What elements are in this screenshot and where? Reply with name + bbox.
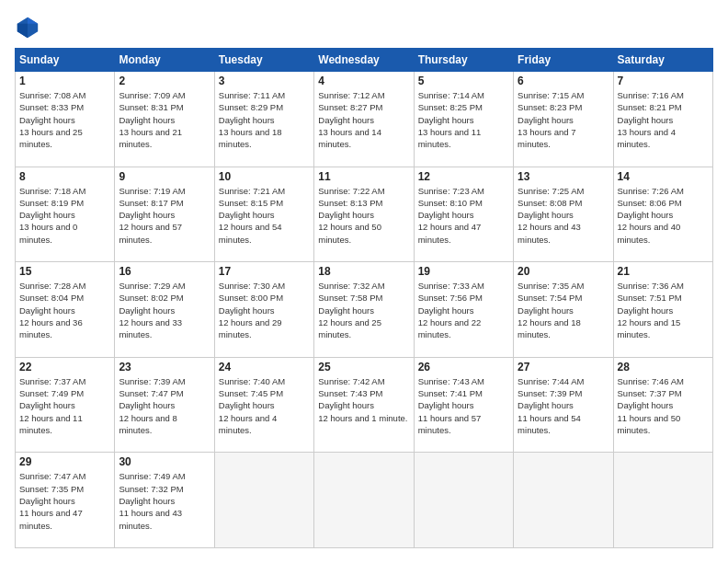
day-info: Sunrise: 7:23 AMSunset: 8:10 PMDaylight … [418, 185, 509, 246]
calendar-cell: 20Sunrise: 7:35 AMSunset: 7:54 PMDayligh… [514, 262, 613, 358]
day-number: 8 [19, 170, 110, 183]
logo-icon [15, 15, 40, 40]
day-number: 27 [518, 361, 609, 373]
calendar-cell: 27Sunrise: 7:44 AMSunset: 7:39 PMDayligh… [514, 357, 613, 453]
day-number: 21 [618, 265, 709, 278]
day-info: Sunrise: 7:12 AMSunset: 8:27 PMDaylight … [318, 89, 409, 150]
day-number: 10 [219, 170, 310, 183]
day-number: 7 [618, 75, 709, 87]
calendar-table: SundayMondayTuesdayWednesdayThursdayFrid… [15, 48, 713, 548]
weekday-header-sunday: Sunday [16, 49, 115, 72]
day-number: 30 [119, 455, 210, 468]
day-info: Sunrise: 7:22 AMSunset: 8:13 PMDaylight … [318, 185, 409, 246]
calendar-cell: 28Sunrise: 7:46 AMSunset: 7:37 PMDayligh… [613, 357, 712, 453]
day-number: 14 [618, 170, 709, 183]
day-info: Sunrise: 7:47 AMSunset: 7:35 PMDaylight … [19, 470, 110, 531]
calendar-cell: 11Sunrise: 7:22 AMSunset: 8:13 PMDayligh… [314, 167, 414, 262]
calendar-cell: 10Sunrise: 7:21 AMSunset: 8:15 PMDayligh… [214, 167, 313, 262]
day-info: Sunrise: 7:16 AMSunset: 8:21 PMDaylight … [618, 89, 709, 150]
calendar-cell: 14Sunrise: 7:26 AMSunset: 8:06 PMDayligh… [613, 167, 712, 262]
day-info: Sunrise: 7:11 AMSunset: 8:29 PMDaylight … [219, 89, 310, 150]
page: SundayMondayTuesdayWednesdayThursdayFrid… [0, 0, 728, 563]
day-info: Sunrise: 7:30 AMSunset: 8:00 PMDaylight … [219, 280, 310, 340]
calendar-cell: 3Sunrise: 7:11 AMSunset: 8:29 PMDaylight… [214, 72, 313, 167]
day-number: 26 [418, 361, 509, 373]
weekday-header-row: SundayMondayTuesdayWednesdayThursdayFrid… [16, 49, 713, 72]
weekday-header-saturday: Saturday [613, 49, 712, 72]
calendar-cell: 1Sunrise: 7:08 AMSunset: 8:33 PMDaylight… [16, 72, 115, 167]
day-number: 1 [19, 75, 110, 87]
day-info: Sunrise: 7:36 AMSunset: 7:51 PMDaylight … [618, 280, 709, 340]
day-number: 2 [119, 75, 210, 87]
calendar-cell: 7Sunrise: 7:16 AMSunset: 8:21 PMDaylight… [613, 72, 712, 167]
calendar-cell [514, 453, 613, 548]
calendar-cell: 18Sunrise: 7:32 AMSunset: 7:58 PMDayligh… [314, 262, 414, 358]
day-number: 6 [518, 75, 609, 87]
day-number: 24 [219, 361, 310, 373]
weekday-header-monday: Monday [115, 49, 214, 72]
calendar-cell: 30Sunrise: 7:49 AMSunset: 7:32 PMDayligh… [115, 453, 214, 548]
day-number: 9 [119, 170, 210, 183]
calendar-cell: 26Sunrise: 7:43 AMSunset: 7:41 PMDayligh… [414, 357, 513, 453]
calendar-cell [414, 453, 513, 548]
logo [15, 15, 44, 40]
weekday-header-friday: Friday [514, 49, 613, 72]
calendar-cell: 29Sunrise: 7:47 AMSunset: 7:35 PMDayligh… [16, 453, 115, 548]
day-info: Sunrise: 7:18 AMSunset: 8:19 PMDaylight … [19, 185, 110, 246]
day-number: 22 [19, 361, 110, 373]
day-info: Sunrise: 7:44 AMSunset: 7:39 PMDaylight … [518, 375, 609, 436]
day-number: 23 [119, 361, 210, 373]
day-number: 29 [19, 455, 110, 468]
calendar-cell: 15Sunrise: 7:28 AMSunset: 8:04 PMDayligh… [16, 262, 115, 358]
day-number: 18 [318, 265, 409, 278]
calendar-cell [613, 453, 712, 548]
header [15, 15, 713, 40]
day-info: Sunrise: 7:15 AMSunset: 8:23 PMDaylight … [518, 89, 609, 150]
calendar-cell: 6Sunrise: 7:15 AMSunset: 8:23 PMDaylight… [514, 72, 613, 167]
day-info: Sunrise: 7:19 AMSunset: 8:17 PMDaylight … [119, 185, 210, 246]
calendar-cell: 8Sunrise: 7:18 AMSunset: 8:19 PMDaylight… [16, 167, 115, 262]
day-info: Sunrise: 7:14 AMSunset: 8:25 PMDaylight … [418, 89, 509, 150]
calendar-week-row: 22Sunrise: 7:37 AMSunset: 7:49 PMDayligh… [16, 357, 713, 453]
day-info: Sunrise: 7:33 AMSunset: 7:56 PMDaylight … [418, 280, 509, 340]
day-number: 11 [318, 170, 409, 183]
day-info: Sunrise: 7:43 AMSunset: 7:41 PMDaylight … [418, 375, 509, 436]
weekday-header-wednesday: Wednesday [314, 49, 414, 72]
day-number: 16 [119, 265, 210, 278]
day-info: Sunrise: 7:26 AMSunset: 8:06 PMDaylight … [618, 185, 709, 246]
calendar-week-row: 8Sunrise: 7:18 AMSunset: 8:19 PMDaylight… [16, 167, 713, 262]
day-info: Sunrise: 7:25 AMSunset: 8:08 PMDaylight … [518, 185, 609, 246]
day-number: 12 [418, 170, 509, 183]
calendar-cell: 4Sunrise: 7:12 AMSunset: 8:27 PMDaylight… [314, 72, 414, 167]
day-number: 15 [19, 265, 110, 278]
calendar-cell: 19Sunrise: 7:33 AMSunset: 7:56 PMDayligh… [414, 262, 513, 358]
day-info: Sunrise: 7:28 AMSunset: 8:04 PMDaylight … [19, 280, 110, 340]
day-number: 25 [318, 361, 409, 373]
day-number: 19 [418, 265, 509, 278]
day-info: Sunrise: 7:39 AMSunset: 7:47 PMDaylight … [119, 375, 210, 436]
day-number: 4 [318, 75, 409, 87]
day-number: 13 [518, 170, 609, 183]
day-number: 3 [219, 75, 310, 87]
day-info: Sunrise: 7:35 AMSunset: 7:54 PMDaylight … [518, 280, 609, 340]
calendar-week-row: 1Sunrise: 7:08 AMSunset: 8:33 PMDaylight… [16, 72, 713, 167]
day-info: Sunrise: 7:08 AMSunset: 8:33 PMDaylight … [19, 89, 110, 150]
day-info: Sunrise: 7:49 AMSunset: 7:32 PMDaylight … [119, 470, 210, 531]
calendar-cell: 17Sunrise: 7:30 AMSunset: 8:00 PMDayligh… [214, 262, 313, 358]
day-number: 28 [618, 361, 709, 373]
calendar-cell: 2Sunrise: 7:09 AMSunset: 8:31 PMDaylight… [115, 72, 214, 167]
day-info: Sunrise: 7:32 AMSunset: 7:58 PMDaylight … [318, 280, 409, 340]
calendar-cell: 13Sunrise: 7:25 AMSunset: 8:08 PMDayligh… [514, 167, 613, 262]
day-info: Sunrise: 7:29 AMSunset: 8:02 PMDaylight … [119, 280, 210, 340]
day-info: Sunrise: 7:37 AMSunset: 7:49 PMDaylight … [19, 375, 110, 436]
calendar-cell: 16Sunrise: 7:29 AMSunset: 8:02 PMDayligh… [115, 262, 214, 358]
day-info: Sunrise: 7:46 AMSunset: 7:37 PMDaylight … [618, 375, 709, 436]
calendar-cell: 5Sunrise: 7:14 AMSunset: 8:25 PMDaylight… [414, 72, 513, 167]
weekday-header-thursday: Thursday [414, 49, 513, 72]
calendar-cell: 21Sunrise: 7:36 AMSunset: 7:51 PMDayligh… [613, 262, 712, 358]
calendar-cell: 22Sunrise: 7:37 AMSunset: 7:49 PMDayligh… [16, 357, 115, 453]
calendar-cell: 12Sunrise: 7:23 AMSunset: 8:10 PMDayligh… [414, 167, 513, 262]
calendar-cell [214, 453, 313, 548]
day-number: 5 [418, 75, 509, 87]
day-info: Sunrise: 7:42 AMSunset: 7:43 PMDaylight … [318, 375, 409, 424]
